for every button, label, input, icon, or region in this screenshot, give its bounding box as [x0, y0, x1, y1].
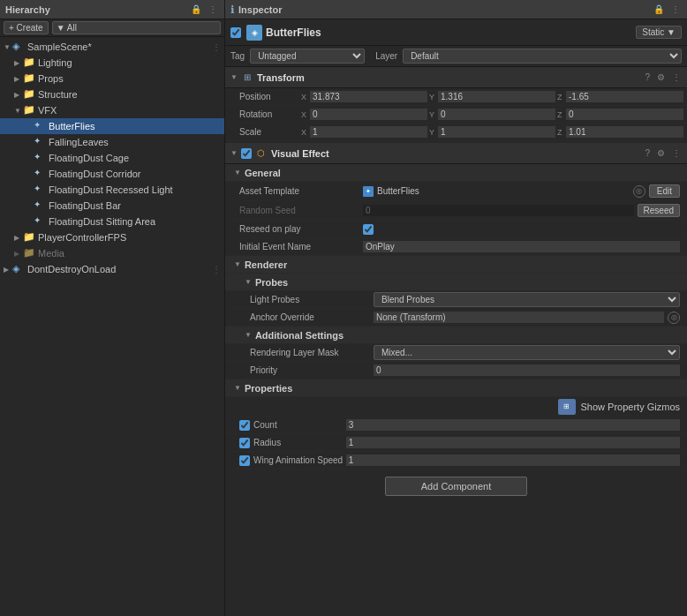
inspector-menu-icon[interactable]: ⋮: [669, 4, 682, 15]
scale-y-input[interactable]: [438, 126, 555, 138]
tree-item-floatingdust-corridor[interactable]: ✦ FloatingDust Corridor: [0, 166, 224, 182]
anchor-override-circle-button[interactable]: ◎: [668, 312, 680, 324]
tree-item-dontdestroy[interactable]: ▶ ◈ DontDestroyOnLoad ⋮: [0, 261, 224, 277]
wing-speed-checkbox[interactable]: [239, 455, 250, 466]
tree-label-lighting: Lighting: [38, 57, 72, 68]
create-button[interactable]: + Create: [4, 21, 49, 34]
tree-arrow-structure: ▶: [14, 91, 23, 99]
light-probes-row: Light Probes Blend Probes: [225, 291, 687, 309]
hierarchy-toolbar: + Create: [0, 19, 224, 37]
transform-component-header[interactable]: ▼ ⊞ Transform ? ⚙ ⋮: [225, 67, 687, 88]
fallingleaves-vfx-icon: ✦: [34, 136, 46, 148]
general-subsection[interactable]: ▼ General: [225, 164, 687, 182]
tree-item-lighting[interactable]: ▶ 📁 Lighting: [0, 55, 224, 71]
transform-settings-icon[interactable]: ⚙: [656, 71, 666, 83]
initial-event-label: Initial Event Name: [239, 242, 363, 252]
object-icon: ◈: [246, 25, 262, 41]
probes-subsection[interactable]: ▼ Probes: [225, 274, 687, 291]
rotation-y-input[interactable]: [438, 109, 555, 120]
tree-item-floatingdust-bar[interactable]: ✦ FloatingDust Bar: [0, 198, 224, 214]
transform-dots-icon[interactable]: ⋮: [671, 71, 682, 83]
asset-template-edit-button[interactable]: Edit: [649, 184, 680, 198]
layer-label: Layer: [375, 51, 397, 61]
ve-help-icon[interactable]: ?: [644, 147, 651, 159]
asset-template-circle-button[interactable]: ◎: [633, 185, 645, 198]
add-component-row: Add Component: [225, 470, 687, 503]
position-row: Position X Y Z: [225, 88, 687, 106]
radius-checkbox[interactable]: [239, 438, 250, 448]
hierarchy-lock-icon[interactable]: 🔒: [189, 4, 203, 15]
radius-input[interactable]: [346, 437, 680, 448]
hierarchy-panel: Hierarchy 🔒 ⋮ + Create ▼ ◈ SampleScene* …: [0, 0, 225, 616]
add-component-button[interactable]: Add Component: [385, 477, 528, 496]
tree-item-sample-scene[interactable]: ▼ ◈ SampleScene* ⋮: [0, 39, 224, 55]
scale-z-input[interactable]: [566, 126, 683, 138]
asset-template-label: Asset Template: [239, 186, 363, 196]
ve-settings-icon[interactable]: ⚙: [656, 147, 666, 159]
scale-x-input[interactable]: [310, 126, 427, 138]
rotation-y-field: Y: [429, 109, 555, 120]
hierarchy-menu-icon[interactable]: ⋮: [207, 4, 219, 15]
light-probes-select[interactable]: Blend Probes: [374, 292, 680, 307]
tree-item-media[interactable]: ▶ 📁 Media: [0, 245, 224, 261]
count-checkbox[interactable]: [239, 420, 250, 431]
wing-speed-input[interactable]: [346, 454, 680, 466]
hierarchy-title: Hierarchy: [5, 4, 50, 15]
object-enabled-checkbox[interactable]: [230, 27, 241, 38]
position-y-input[interactable]: [438, 91, 555, 102]
tree-item-butterflies[interactable]: ✦ ButterFlies: [0, 118, 224, 134]
anchor-override-input[interactable]: [374, 312, 664, 323]
rotation-z-input[interactable]: [566, 109, 683, 120]
tree-item-floatingdust-sitting[interactable]: ✦ FloatingDust Sitting Area: [0, 214, 224, 229]
priority-input[interactable]: [374, 364, 680, 376]
count-label: Count: [253, 420, 277, 430]
tree-item-props[interactable]: ▶ 📁 Props: [0, 71, 224, 86]
scene-dots-icon[interactable]: ⋮: [212, 42, 221, 52]
tag-select[interactable]: Untagged: [250, 49, 365, 64]
ve-enabled-checkbox[interactable]: [241, 148, 252, 159]
tree-item-structure[interactable]: ▶ 📁 Structure: [0, 86, 224, 102]
scale-label: Scale: [239, 127, 301, 137]
hierarchy-search-input[interactable]: [52, 21, 221, 34]
layer-select[interactable]: Default: [403, 49, 682, 64]
transform-help-icon[interactable]: ?: [644, 71, 651, 83]
tree-label-fd-bar: FloatingDust Bar: [49, 200, 121, 211]
renderer-arrow-icon: ▼: [234, 260, 241, 268]
inspector-title: Inspector: [238, 4, 283, 15]
random-seed-input[interactable]: [363, 205, 634, 216]
asset-template-icon: ✦: [363, 186, 374, 197]
tree-item-floatingdust-recessed[interactable]: ✦ FloatingDust Recessed Light: [0, 182, 224, 198]
rendering-layer-select[interactable]: Mixed...: [374, 345, 680, 360]
reseed-button[interactable]: Reseed: [638, 204, 680, 217]
random-seed-row: Random Seed Reseed: [225, 201, 687, 221]
static-button[interactable]: Static ▼: [636, 26, 682, 39]
probes-label: Probes: [255, 277, 288, 288]
structure-folder-icon: 📁: [23, 88, 35, 101]
dontdestroy-dots-icon[interactable]: ⋮: [212, 265, 221, 274]
renderer-label: Renderer: [245, 259, 287, 270]
inspector-header: ℹ Inspector 🔒 ⋮: [225, 0, 687, 19]
general-arrow-icon: ▼: [234, 169, 241, 177]
renderer-subsection[interactable]: ▼ Renderer: [225, 256, 687, 274]
properties-subsection[interactable]: ▼ Properties: [225, 379, 687, 397]
count-input[interactable]: [346, 419, 680, 431]
position-z-input[interactable]: [566, 91, 683, 102]
tree-arrow-vfx: ▼: [14, 107, 23, 115]
asset-template-row: Asset Template ✦ ButterFlies ◎ Edit: [225, 182, 687, 201]
visual-effect-component-header[interactable]: ▼ ⬡ Visual Effect ? ⚙ ⋮: [225, 143, 687, 164]
inspector-lock-icon[interactable]: 🔒: [652, 4, 666, 15]
sy-axis-label: Y: [429, 128, 436, 137]
fd-sitting-icon: ✦: [34, 215, 46, 228]
tree-item-vfx[interactable]: ▼ 📁 VFX: [0, 102, 224, 118]
additional-settings-subsection[interactable]: ▼ Additional Settings: [225, 327, 687, 344]
tree-item-playercontroller[interactable]: ▶ 📁 PlayerControllerFPS: [0, 229, 224, 245]
rotation-x-input[interactable]: [310, 109, 427, 120]
fd-corridor-icon: ✦: [34, 168, 46, 180]
position-x-input[interactable]: [310, 91, 427, 102]
reseed-on-play-checkbox[interactable]: [363, 224, 374, 235]
tree-item-fallingleaves[interactable]: ✦ FallingLeaves: [0, 134, 224, 150]
ve-dots-icon[interactable]: ⋮: [671, 147, 682, 159]
asset-template-value: ✦ ButterFlies ◎ Edit: [363, 184, 680, 198]
initial-event-input[interactable]: [363, 241, 680, 252]
tree-item-floatingdust-cage[interactable]: ✦ FloatingDust Cage: [0, 150, 224, 166]
